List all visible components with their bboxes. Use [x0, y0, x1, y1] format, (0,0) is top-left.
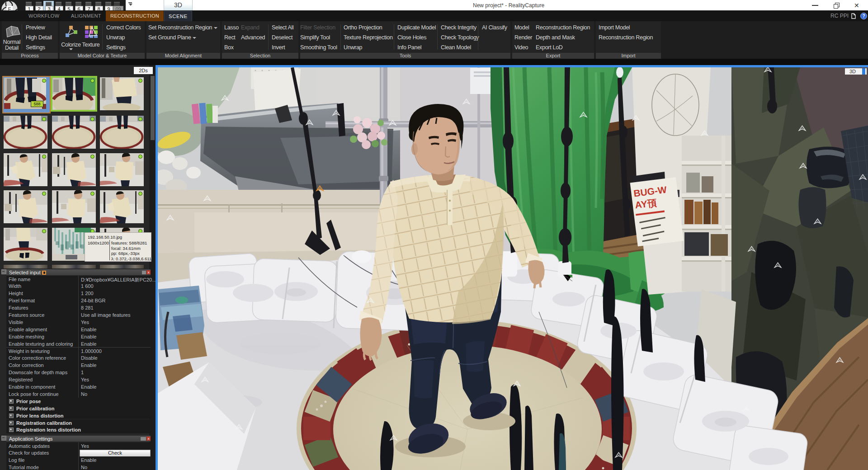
svg-text:3D: 3D [849, 69, 856, 74]
